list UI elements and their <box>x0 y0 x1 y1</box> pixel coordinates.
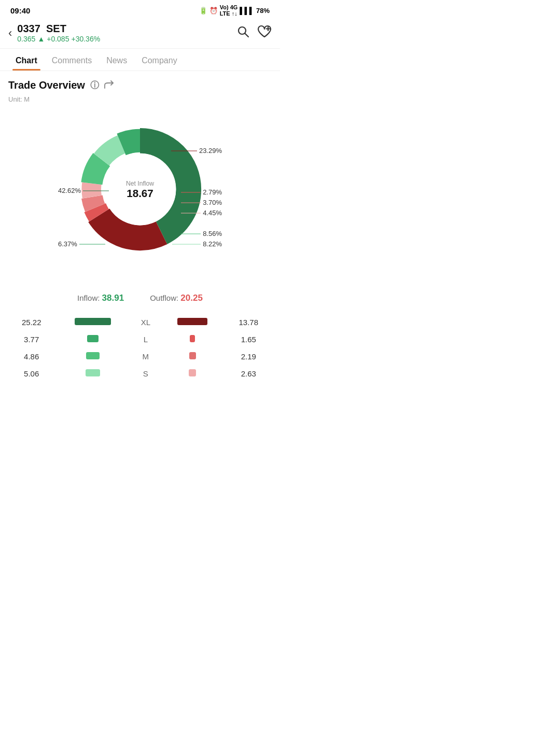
price-change: +0.085 <box>47 35 69 43</box>
l-inflow-bar <box>54 331 131 348</box>
xl-inflow-bar <box>54 314 131 331</box>
stock-info: 0337 SET 0.365 ▲ +0.085 +30.36% <box>17 23 236 43</box>
status-icons: 🔋 ⏰ Vo) 4GLTE ↑↓ ▌▌▌ 78% <box>199 4 270 17</box>
price-value: 0.365 <box>17 35 35 43</box>
label-856: 8.56% <box>181 230 222 237</box>
status-bar: 09:40 🔋 ⏰ Vo) 4GLTE ↑↓ ▌▌▌ 78% <box>0 0 280 19</box>
label-445: 4.45% <box>181 209 222 217</box>
center-label: Net Inflow <box>126 180 154 187</box>
trade-overview-title: Trade Overview <box>8 79 85 91</box>
m-outflow-val: 2.19 <box>226 348 272 365</box>
s-inflow-val: 5.06 <box>8 365 54 382</box>
network-label: Vo) 4GLTE ↑↓ <box>220 4 238 17</box>
battery-pct: 78% <box>256 7 270 15</box>
table-row: 3.77 L 1.65 <box>8 331 272 348</box>
inflow-summary: Inflow: 38.91 <box>77 293 124 303</box>
xl-outflow-bar <box>160 314 225 331</box>
inflow-label: Inflow: <box>77 293 100 302</box>
svg-line-1 <box>245 33 249 37</box>
s-inflow-bar <box>54 365 131 382</box>
donut-chart: Net Inflow 18.67 42.62% 23.29% 2.79% <box>57 111 223 288</box>
stock-title: 0337 SET <box>17 23 236 35</box>
outflow-summary: Outflow: 20.25 <box>150 293 203 303</box>
table-row: 25.22 XL 13.78 <box>8 314 272 331</box>
center-value: 18.67 <box>127 187 153 199</box>
charge-icon: 🔋 <box>199 7 207 15</box>
label-279: 2.79% <box>181 188 222 196</box>
watchlist-button[interactable] <box>257 25 272 41</box>
tab-company[interactable]: Company <box>134 49 184 71</box>
info-icon[interactable]: ⓘ <box>90 79 99 91</box>
status-time: 09:40 <box>10 6 30 15</box>
inflow-value: 38.91 <box>102 293 124 303</box>
tab-bar: Chart Comments News Company <box>0 49 280 71</box>
price-change-pct: +30.36% <box>71 35 100 43</box>
alarm-icon: ⏰ <box>209 7 218 15</box>
stock-price: 0.365 ▲ +0.085 +30.36% <box>17 35 236 43</box>
tab-comments[interactable]: Comments <box>45 49 99 71</box>
back-button[interactable]: ‹ <box>8 26 12 40</box>
stock-code: 0337 <box>17 23 40 34</box>
section-title: Trade Overview ⓘ <box>8 79 272 91</box>
l-inflow-val: 3.77 <box>8 331 54 348</box>
m-outflow-bar <box>160 348 225 365</box>
unit-label: Unit: M <box>8 95 272 103</box>
price-arrow: ▲ <box>37 35 45 43</box>
l-label: L <box>131 331 160 348</box>
share-icon[interactable] <box>104 79 114 91</box>
label-370: 3.70% <box>181 199 222 206</box>
s-label: S <box>131 365 160 382</box>
xl-inflow-val: 25.22 <box>8 314 54 331</box>
flow-summary: Inflow: 38.91 Outflow: 20.25 <box>8 293 272 303</box>
tab-chart[interactable]: Chart <box>8 49 45 71</box>
l-outflow-val: 1.65 <box>226 331 272 348</box>
l-outflow-bar <box>160 331 225 348</box>
label-23: 23.29% <box>171 147 222 155</box>
label-822: 8.22% <box>172 240 222 248</box>
m-inflow-bar <box>54 348 131 365</box>
signal-icon: ▌▌▌ <box>240 7 254 15</box>
outflow-label: Outflow: <box>150 293 178 302</box>
tab-news[interactable]: News <box>99 49 134 71</box>
search-button[interactable] <box>236 25 250 41</box>
outflow-value: 20.25 <box>180 293 203 303</box>
s-outflow-bar <box>160 365 225 382</box>
xl-outflow-val: 13.78 <box>226 314 272 331</box>
trade-table: 25.22 XL 13.78 3.77 L 1.65 4.86 M 2.19 5… <box>8 314 272 382</box>
header-actions <box>236 25 272 41</box>
xl-label: XL <box>131 314 160 331</box>
table-row: 5.06 S 2.63 <box>8 365 272 382</box>
m-inflow-val: 4.86 <box>8 348 54 365</box>
content-area: Trade Overview ⓘ Unit: M <box>0 71 280 390</box>
m-label: M <box>131 348 160 365</box>
label-637: 6.37% <box>58 240 105 248</box>
label-42: 42.62% <box>58 187 109 194</box>
exchange-label: SET <box>46 23 66 34</box>
s-outflow-val: 2.63 <box>226 365 272 382</box>
header: ‹ 0337 SET 0.365 ▲ +0.085 +30.36% <box>0 19 280 49</box>
table-row: 4.86 M 2.19 <box>8 348 272 365</box>
